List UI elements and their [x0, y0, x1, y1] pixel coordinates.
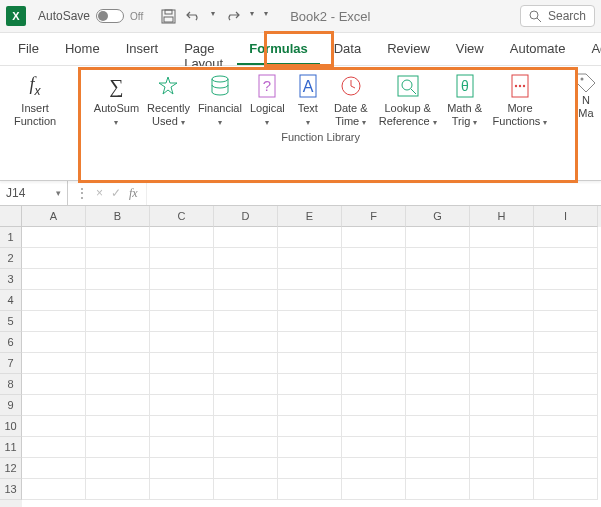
cell[interactable]	[150, 479, 214, 500]
cell[interactable]	[214, 395, 278, 416]
cell[interactable]	[86, 479, 150, 500]
recently-used-button[interactable]: Recently Used ▾	[143, 72, 194, 129]
cell[interactable]	[534, 227, 598, 248]
cell[interactable]	[406, 269, 470, 290]
column-header[interactable]: C	[150, 206, 214, 227]
cell[interactable]	[278, 353, 342, 374]
row-header[interactable]: 9	[0, 395, 22, 416]
column-header[interactable]: B	[86, 206, 150, 227]
cell[interactable]	[342, 437, 406, 458]
cell[interactable]	[214, 437, 278, 458]
cell[interactable]	[406, 437, 470, 458]
tab-view[interactable]: View	[444, 33, 496, 65]
column-header[interactable]: A	[22, 206, 86, 227]
more-functions-button[interactable]: More Functions ▾	[489, 72, 552, 129]
cell[interactable]	[342, 479, 406, 500]
cell[interactable]	[470, 353, 534, 374]
cell[interactable]	[150, 290, 214, 311]
tab-data[interactable]: Data	[322, 33, 373, 65]
row-header[interactable]: 8	[0, 374, 22, 395]
cell[interactable]	[278, 248, 342, 269]
cell[interactable]	[406, 311, 470, 332]
column-header[interactable]: D	[214, 206, 278, 227]
row-header[interactable]: 7	[0, 353, 22, 374]
row-header[interactable]: 6	[0, 332, 22, 353]
cell[interactable]	[342, 269, 406, 290]
tab-addins[interactable]: Add	[579, 33, 601, 65]
column-header[interactable]: H	[470, 206, 534, 227]
cell[interactable]	[534, 374, 598, 395]
tab-home[interactable]: Home	[53, 33, 112, 65]
cell[interactable]	[22, 395, 86, 416]
cell[interactable]	[150, 416, 214, 437]
cell[interactable]	[86, 437, 150, 458]
row-header[interactable]: 2	[0, 248, 22, 269]
cell[interactable]	[534, 290, 598, 311]
tab-page-layout[interactable]: Page Layout	[172, 33, 235, 65]
undo-icon[interactable]	[186, 9, 201, 24]
toggle-off-icon[interactable]	[96, 9, 124, 23]
cell[interactable]	[342, 395, 406, 416]
row-header[interactable]: 3	[0, 269, 22, 290]
cell[interactable]	[22, 353, 86, 374]
tab-review[interactable]: Review	[375, 33, 442, 65]
spreadsheet-grid[interactable]: 12345678910111213 ABCDEFGHI	[0, 206, 601, 507]
cell[interactable]	[86, 311, 150, 332]
cell[interactable]	[86, 332, 150, 353]
cell[interactable]	[534, 458, 598, 479]
fx-icon[interactable]: fx	[129, 186, 138, 201]
redo-icon[interactable]	[225, 9, 240, 24]
cell[interactable]	[22, 290, 86, 311]
redo-dropdown-icon[interactable]: ▾	[250, 9, 254, 24]
cell[interactable]	[278, 290, 342, 311]
cell[interactable]	[86, 269, 150, 290]
cell[interactable]	[278, 374, 342, 395]
insert-function-button[interactable]: fx Insert Function	[10, 72, 60, 129]
cell[interactable]	[214, 353, 278, 374]
cell[interactable]	[406, 248, 470, 269]
cell[interactable]	[342, 353, 406, 374]
cell[interactable]	[342, 248, 406, 269]
cell[interactable]	[214, 416, 278, 437]
autosave-toggle[interactable]: AutoSave Off	[32, 9, 149, 23]
cell[interactable]	[534, 269, 598, 290]
cell[interactable]	[22, 248, 86, 269]
cell[interactable]	[406, 227, 470, 248]
cell[interactable]	[22, 311, 86, 332]
cell[interactable]	[470, 290, 534, 311]
cell[interactable]	[278, 395, 342, 416]
cell[interactable]	[406, 395, 470, 416]
cell[interactable]	[278, 269, 342, 290]
cell[interactable]	[470, 458, 534, 479]
row-header[interactable]: 13	[0, 479, 22, 500]
chevron-down-icon[interactable]: ▾	[56, 188, 61, 198]
cell[interactable]	[150, 437, 214, 458]
cell[interactable]	[86, 353, 150, 374]
cell[interactable]	[150, 374, 214, 395]
cell[interactable]	[278, 311, 342, 332]
cell[interactable]	[470, 395, 534, 416]
column-header[interactable]: I	[534, 206, 598, 227]
lookup-reference-button[interactable]: Lookup & Reference ▾	[375, 72, 441, 129]
cell[interactable]	[278, 416, 342, 437]
row-header[interactable]: 11	[0, 437, 22, 458]
tab-file[interactable]: File	[6, 33, 51, 65]
cell[interactable]	[86, 416, 150, 437]
select-all-corner[interactable]	[0, 206, 22, 227]
cell[interactable]	[150, 353, 214, 374]
math-trig-button[interactable]: θ Math & Trig ▾	[441, 72, 489, 129]
cell[interactable]	[534, 332, 598, 353]
cell[interactable]	[278, 227, 342, 248]
cell[interactable]	[406, 479, 470, 500]
cell[interactable]	[150, 269, 214, 290]
cell[interactable]	[150, 227, 214, 248]
cell[interactable]	[150, 248, 214, 269]
cell[interactable]	[278, 437, 342, 458]
search-box[interactable]: Search	[520, 5, 595, 27]
row-header[interactable]: 10	[0, 416, 22, 437]
cell[interactable]	[86, 395, 150, 416]
formula-input[interactable]	[147, 181, 601, 205]
logical-button[interactable]: ? Logical▾	[246, 72, 289, 129]
text-button[interactable]: A Text▾	[289, 72, 327, 129]
cancel-icon[interactable]: ×	[96, 186, 103, 200]
